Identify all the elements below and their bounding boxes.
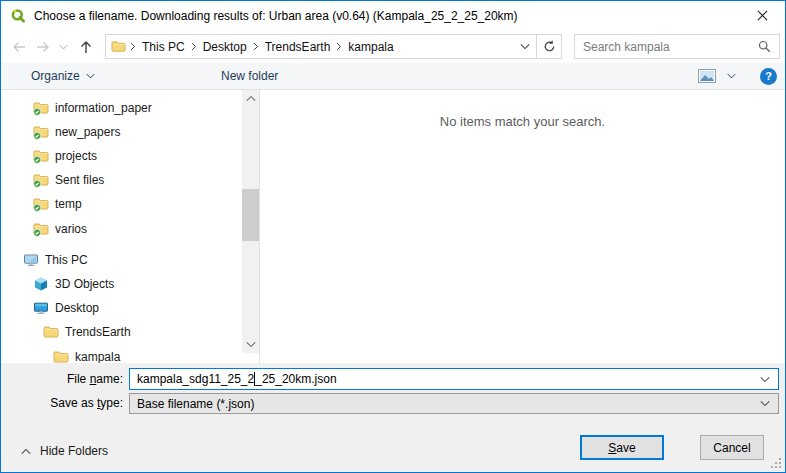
folder-synced-icon — [33, 172, 49, 188]
save-file-dialog: Choose a filename. Downloading results o… — [0, 0, 786, 473]
forward-button-icon[interactable] — [35, 40, 51, 54]
search-icon[interactable] — [758, 40, 771, 53]
sidebar-item-information-paper[interactable]: information_paper — [33, 96, 152, 120]
address-dropdown-chevron-icon[interactable] — [520, 43, 530, 50]
sidebar-item-sent-files[interactable]: Sent files — [33, 168, 104, 192]
back-button-icon[interactable] — [11, 40, 27, 54]
sidebar-item-label: new_papers — [55, 125, 120, 139]
sidebar-item-label: TrendsEarth — [65, 325, 131, 339]
sidebar-item-this-pc[interactable]: This PC — [23, 248, 88, 272]
search-input[interactable] — [583, 40, 752, 54]
help-glyph: ? — [765, 70, 772, 82]
refresh-icon — [543, 40, 556, 53]
help-button[interactable]: ? — [760, 68, 777, 85]
desktop-icon — [33, 300, 49, 316]
search-bar[interactable] — [574, 34, 780, 59]
window-title: Choose a filename. Downloading results o… — [34, 1, 518, 31]
view-mode-chevron-icon[interactable] — [727, 73, 736, 79]
breadcrumb-desktop[interactable]: Desktop — [201, 40, 249, 54]
sidebar-item-label: temp — [55, 197, 82, 211]
folder-synced-icon — [33, 196, 49, 212]
sidebar-item-desktop[interactable]: Desktop — [33, 296, 99, 320]
address-breadcrumb-bar[interactable]: This PC Desktop TrendsEarth kampala — [105, 34, 537, 59]
sidebar-item-label: information_paper — [55, 101, 152, 115]
chevron-right-icon — [336, 42, 342, 51]
resize-grip-icon[interactable] — [770, 457, 782, 469]
new-folder-label: New folder — [221, 69, 278, 83]
chevron-right-icon — [253, 42, 259, 51]
bottom-panel: File name: kampala_sdg11_25_2_25_20km.js… — [1, 363, 785, 472]
save-as-type-label: Save as type: — [1, 396, 123, 410]
computer-icon — [23, 252, 39, 268]
folder-synced-icon — [33, 124, 49, 140]
hide-folders-label: Hide Folders — [40, 444, 108, 458]
sidebar-scrollbar[interactable] — [242, 90, 259, 353]
sidebar-item-temp[interactable]: temp — [33, 192, 82, 216]
sidebar-item-label: projects — [55, 149, 97, 163]
close-icon — [757, 10, 768, 21]
folder-synced-icon — [33, 221, 49, 237]
chevron-down-icon — [246, 341, 256, 348]
file-name-text-before-caret: kampala_sdg11_25_2 — [137, 372, 254, 386]
scrollbar-thumb[interactable] — [242, 189, 259, 241]
breadcrumb-this-pc[interactable]: This PC — [140, 40, 187, 54]
sidebar-item-new-papers[interactable]: new_papers — [33, 120, 120, 144]
sidebar-item-label: varios — [55, 222, 87, 236]
chevron-up-icon — [246, 95, 256, 102]
chevron-up-icon — [21, 448, 31, 455]
view-mode-icon[interactable] — [698, 69, 716, 83]
organize-label: Organize — [31, 69, 80, 83]
chevron-down-icon[interactable] — [760, 400, 770, 407]
up-button-icon[interactable] — [78, 39, 94, 55]
chevron-down-icon — [86, 73, 95, 79]
chevron-down-icon[interactable] — [760, 376, 770, 383]
save-button[interactable]: Save — [580, 435, 664, 460]
sidebar-item-projects[interactable]: projects — [33, 144, 97, 168]
breadcrumb-trendsearth[interactable]: TrendsEarth — [263, 40, 333, 54]
file-name-input[interactable]: kampala_sdg11_25_2_25_20km.json — [129, 368, 779, 390]
qgis-app-icon — [10, 8, 26, 24]
folder-icon — [43, 324, 59, 340]
sidebar-item-label: 3D Objects — [55, 277, 114, 291]
organize-button[interactable]: Organize — [23, 63, 103, 89]
command-toolbar: Organize New folder ? — [1, 63, 785, 90]
file-list-pane: No items match your search. — [260, 90, 785, 363]
scroll-up-button[interactable] — [242, 90, 259, 107]
hide-folders-button[interactable]: Hide Folders — [21, 441, 108, 461]
sidebar-item-varios[interactable]: varios — [33, 217, 87, 241]
sidebar-item-label: Sent files — [55, 173, 104, 187]
title-bar: Choose a filename. Downloading results o… — [1, 1, 785, 31]
recent-locations-chevron-icon[interactable] — [59, 44, 68, 50]
sidebar-item-label: This PC — [45, 253, 88, 267]
chevron-right-icon — [191, 42, 197, 51]
file-name-text-after-caret: _25_20km.json — [255, 372, 336, 386]
folder-icon — [111, 39, 126, 54]
sidebar-item-label: Desktop — [55, 301, 99, 315]
chevron-right-icon — [130, 42, 136, 51]
scroll-down-button[interactable] — [242, 336, 259, 353]
cube-3d-icon — [33, 276, 49, 292]
content-area: information_paper new_papers projects Se… — [1, 90, 785, 363]
refresh-button[interactable] — [536, 34, 562, 59]
breadcrumb-kampala[interactable]: kampala — [346, 40, 395, 54]
sidebar-item-3d-objects[interactable]: 3D Objects — [33, 272, 114, 296]
empty-search-message: No items match your search. — [260, 114, 785, 129]
new-folder-button[interactable]: New folder — [213, 63, 286, 89]
sidebar-item-trendsearth[interactable]: TrendsEarth — [43, 320, 131, 344]
cancel-label: Cancel — [713, 441, 750, 455]
sidebar-item-label: kampala — [75, 350, 120, 364]
folder-synced-icon — [33, 100, 49, 116]
save-as-type-value: Base filename (*.json) — [137, 397, 254, 411]
folder-synced-icon — [33, 148, 49, 164]
save-as-type-select[interactable]: Base filename (*.json) — [129, 393, 779, 414]
cancel-button[interactable]: Cancel — [700, 435, 764, 460]
file-name-label: File name: — [1, 372, 123, 386]
close-button[interactable] — [740, 1, 785, 30]
navigation-bar: This PC Desktop TrendsEarth kampala — [1, 31, 785, 63]
